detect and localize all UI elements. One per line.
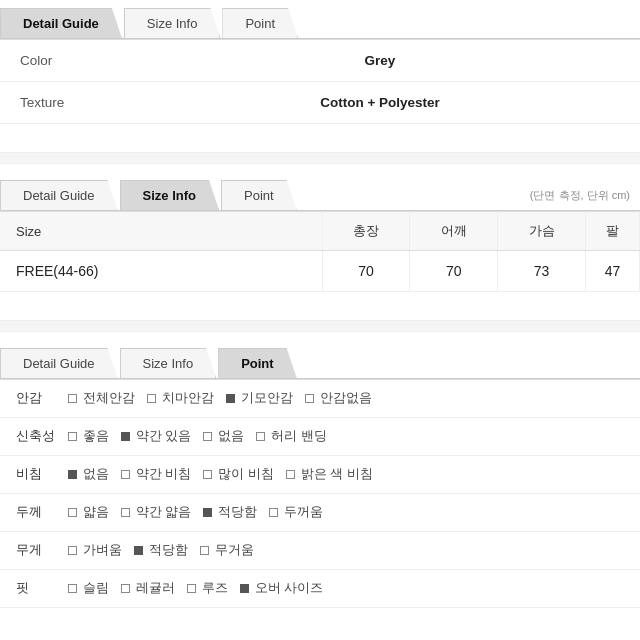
empty-checkbox-icon: [121, 584, 130, 593]
point-row-label: 신축성: [0, 418, 60, 456]
texture-row: Texture Cotton + Polyester: [0, 82, 640, 124]
tab-size-info-3[interactable]: Size Info: [120, 348, 217, 378]
filled-checkbox-icon: [68, 470, 77, 479]
point-option: 루즈: [187, 580, 228, 597]
filled-checkbox-icon: [226, 394, 235, 403]
divider-1: [0, 152, 640, 164]
option-label: 많이 비침: [218, 466, 273, 483]
point-row: 비침없음약간 비침많이 비침밝은 색 비침: [0, 456, 640, 494]
point-option: 오버 사이즈: [240, 580, 323, 597]
tab-size-info-1[interactable]: Size Info: [124, 8, 221, 38]
point-option: 약간 얇음: [121, 504, 191, 521]
detail-info-table: Color Grey Texture Cotton + Polyester: [0, 39, 640, 124]
empty-checkbox-icon: [147, 394, 156, 403]
option-label: 적당함: [218, 504, 257, 521]
point-row: 안감전체안감치마안감기모안감안감없음: [0, 380, 640, 418]
size-table-header: Size 총장 어깨 가슴 팔: [0, 212, 640, 251]
sleeve-value: 47: [586, 251, 640, 292]
empty-checkbox-icon: [203, 470, 212, 479]
tab-size-info-2[interactable]: Size Info: [120, 180, 219, 210]
empty-checkbox-icon: [269, 508, 278, 517]
option-label: 약간 얇음: [136, 504, 191, 521]
empty-checkbox-icon: [200, 546, 209, 555]
texture-value: Cotton + Polyester: [120, 82, 640, 124]
empty-checkbox-icon: [121, 470, 130, 479]
texture-label: Texture: [0, 82, 120, 124]
color-label: Color: [0, 40, 120, 82]
option-label: 루즈: [202, 580, 228, 597]
point-option: 적당함: [134, 542, 188, 559]
filled-checkbox-icon: [134, 546, 143, 555]
empty-checkbox-icon: [68, 584, 77, 593]
empty-checkbox-icon: [68, 546, 77, 555]
option-label: 전체안감: [83, 390, 135, 407]
option-label: 가벼움: [83, 542, 122, 559]
size-value: FREE(44-66): [0, 251, 322, 292]
point-option: 약간 있음: [121, 428, 191, 445]
point-option: 기모안감: [226, 390, 293, 407]
tab-detail-guide-2[interactable]: Detail Guide: [0, 180, 118, 210]
point-options-cell: 없음약간 비침많이 비침밝은 색 비침: [60, 456, 640, 494]
filled-checkbox-icon: [240, 584, 249, 593]
tab-point-2[interactable]: Point: [221, 180, 297, 210]
tab-point-3[interactable]: Point: [218, 348, 297, 378]
point-option: 얇음: [68, 504, 109, 521]
option-label: 허리 밴딩: [271, 428, 326, 445]
tab-detail-guide-1[interactable]: Detail Guide: [0, 8, 122, 38]
empty-checkbox-icon: [286, 470, 295, 479]
point-row: 두께얇음약간 얇음적당함두꺼움: [0, 494, 640, 532]
point-option: 두꺼움: [269, 504, 323, 521]
option-label: 오버 사이즈: [255, 580, 323, 597]
point-table: 안감전체안감치마안감기모안감안감없음신축성좋음약간 있음없음허리 밴딩비침없음약…: [0, 379, 640, 608]
empty-checkbox-icon: [68, 508, 77, 517]
point-row: 핏슬림레귤러루즈오버 사이즈: [0, 570, 640, 608]
total-length-header: 총장: [322, 212, 410, 251]
chest-value: 73: [498, 251, 586, 292]
divider-2: [0, 320, 640, 332]
point-option: 적당함: [203, 504, 257, 521]
tab-detail-guide-3[interactable]: Detail Guide: [0, 348, 118, 378]
shoulder-value: 70: [410, 251, 498, 292]
option-label: 없음: [83, 466, 109, 483]
point-option: 무거움: [200, 542, 254, 559]
option-label: 레귤러: [136, 580, 175, 597]
section-detail-guide: Detail Guide Size Info Point Color Grey …: [0, 0, 640, 144]
point-option: 전체안감: [68, 390, 135, 407]
shoulder-header: 어깨: [410, 212, 498, 251]
sleeve-header: 팔: [586, 212, 640, 251]
filled-checkbox-icon: [121, 432, 130, 441]
option-label: 안감없음: [320, 390, 372, 407]
section-size-info: Detail Guide Size Info Point (단면 측정, 단위 …: [0, 172, 640, 312]
point-options-cell: 가벼움적당함무거움: [60, 532, 640, 570]
tab-bar-2: Detail Guide Size Info Point (단면 측정, 단위 …: [0, 172, 640, 211]
option-label: 기모안감: [241, 390, 293, 407]
empty-checkbox-icon: [305, 394, 314, 403]
point-row: 무게가벼움적당함무거움: [0, 532, 640, 570]
size-row: FREE(44-66) 70 70 73 47: [0, 251, 640, 292]
tab-bar-1: Detail Guide Size Info Point: [0, 0, 640, 39]
point-options-cell: 슬림레귤러루즈오버 사이즈: [60, 570, 640, 608]
option-label: 얇음: [83, 504, 109, 521]
color-value: Grey: [120, 40, 640, 82]
point-options-cell: 얇음약간 얇음적당함두꺼움: [60, 494, 640, 532]
option-label: 적당함: [149, 542, 188, 559]
point-option: 레귤러: [121, 580, 175, 597]
point-option: 안감없음: [305, 390, 372, 407]
size-table-wrapper: Size 총장 어깨 가슴 팔 FREE(44-66) 70 70 73 47: [0, 211, 640, 292]
empty-checkbox-icon: [68, 432, 77, 441]
point-option: 슬림: [68, 580, 109, 597]
empty-checkbox-icon: [121, 508, 130, 517]
point-row-label: 무게: [0, 532, 60, 570]
tab-bar-3: Detail Guide Size Info Point: [0, 340, 640, 379]
point-option: 없음: [68, 466, 109, 483]
filled-checkbox-icon: [203, 508, 212, 517]
point-row-label: 두께: [0, 494, 60, 532]
point-options-cell: 전체안감치마안감기모안감안감없음: [60, 380, 640, 418]
size-table: Size 총장 어깨 가슴 팔 FREE(44-66) 70 70 73 47: [0, 211, 640, 292]
point-option: 치마안감: [147, 390, 214, 407]
tab-point-1[interactable]: Point: [222, 8, 298, 38]
total-length-value: 70: [322, 251, 410, 292]
section-point: Detail Guide Size Info Point 안감전체안감치마안감기…: [0, 340, 640, 618]
point-option: 없음: [203, 428, 244, 445]
point-option: 허리 밴딩: [256, 428, 326, 445]
